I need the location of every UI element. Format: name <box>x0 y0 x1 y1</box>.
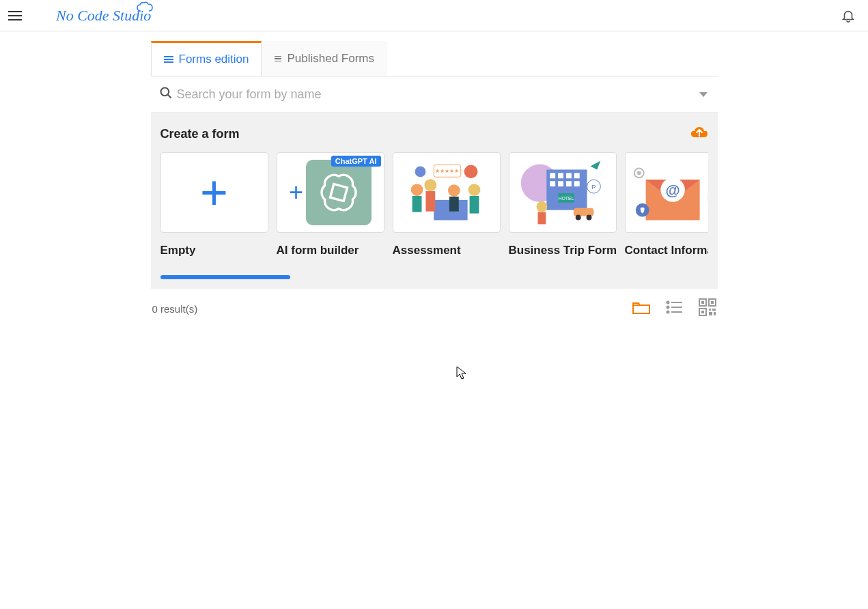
list-icon <box>164 56 173 63</box>
svg-rect-56 <box>714 312 716 315</box>
svg-point-13 <box>464 165 477 179</box>
create-form-heading: Create a form <box>160 127 240 141</box>
illustration: ★★★★★ <box>393 153 500 232</box>
svg-rect-50 <box>711 301 714 304</box>
svg-point-43 <box>667 307 669 309</box>
illustration: HOTEL P <box>509 153 616 232</box>
svg-rect-23 <box>565 181 571 186</box>
template-ai-form-builder[interactable]: ChatGPT AI + AI form builder <box>277 152 384 257</box>
svg-point-38 <box>636 171 641 175</box>
svg-text:HOTEL: HOTEL <box>558 196 574 201</box>
tab-label: Forms edition <box>179 53 249 66</box>
svg-point-32 <box>536 201 547 212</box>
template-assessment[interactable]: ★★★★★ Assessment <box>393 152 501 257</box>
svg-rect-6 <box>425 191 435 212</box>
qr-view-button[interactable] <box>699 298 716 319</box>
svg-text:★★★★★: ★★★★★ <box>435 168 459 174</box>
svg-text:P: P <box>591 183 596 190</box>
svg-rect-55 <box>709 312 712 315</box>
svg-rect-10 <box>469 196 479 214</box>
openai-icon <box>306 160 372 225</box>
chatgpt-badge: ChatGPT AI <box>331 156 381 167</box>
template-cards: + Empty ChatGPT AI + <box>160 152 708 257</box>
svg-rect-17 <box>550 173 555 178</box>
svg-rect-48 <box>701 301 704 304</box>
cloud-icon <box>136 1 154 12</box>
tab-label: Published Forms <box>287 52 374 66</box>
plus-icon: + <box>200 169 228 216</box>
svg-line-1 <box>167 95 171 98</box>
svg-point-7 <box>447 184 460 197</box>
template-label: Assessment <box>393 244 501 257</box>
svg-rect-19 <box>565 173 571 178</box>
svg-point-3 <box>410 184 423 196</box>
folder-view-button[interactable] <box>632 299 651 318</box>
template-label: Business Trip Form <box>509 244 617 257</box>
svg-rect-22 <box>558 181 563 186</box>
template-empty[interactable]: + Empty <box>160 152 268 257</box>
template-label: AI form builder <box>277 244 384 257</box>
filter-dropdown[interactable] <box>699 89 708 101</box>
svg-rect-33 <box>537 212 546 225</box>
upload-button[interactable] <box>690 125 708 143</box>
list-view-button[interactable] <box>666 300 684 317</box>
svg-point-41 <box>667 302 669 304</box>
tabs: Forms edition Published Forms <box>151 41 718 76</box>
plus-icon: + <box>289 178 303 207</box>
logo: No Code Studio <box>56 7 151 25</box>
svg-rect-21 <box>550 181 555 186</box>
svg-rect-24 <box>574 181 579 186</box>
illustration: @ <box>626 153 708 232</box>
svg-rect-27 <box>573 208 593 216</box>
svg-rect-20 <box>574 173 579 178</box>
notifications-button[interactable] <box>841 8 856 26</box>
results-count: 0 result(s) <box>152 303 198 315</box>
svg-rect-40 <box>708 193 708 203</box>
tab-published-forms[interactable]: Published Forms <box>262 41 387 76</box>
template-contact-information[interactable]: @ Contact Information <box>625 152 708 257</box>
template-business-trip[interactable]: HOTEL P Business Trip Form <box>509 152 617 257</box>
search-input[interactable] <box>177 87 710 102</box>
svg-point-5 <box>424 179 436 191</box>
svg-rect-53 <box>709 309 711 311</box>
template-scrollbar[interactable] <box>160 275 708 279</box>
svg-text:@: @ <box>665 182 680 199</box>
svg-rect-52 <box>701 311 704 313</box>
list-icon <box>275 56 281 62</box>
menu-button[interactable] <box>8 8 25 24</box>
template-label: Empty <box>160 244 268 257</box>
svg-rect-4 <box>412 196 421 212</box>
svg-point-45 <box>667 311 669 313</box>
svg-rect-54 <box>712 309 716 311</box>
svg-rect-8 <box>449 197 458 212</box>
svg-point-0 <box>160 88 169 96</box>
svg-point-28 <box>575 215 580 221</box>
template-label: Contact Information <box>625 244 708 257</box>
svg-point-14 <box>415 166 425 177</box>
tab-forms-edition[interactable]: Forms edition <box>151 41 262 76</box>
search-icon <box>159 86 173 102</box>
svg-point-9 <box>468 184 480 196</box>
svg-point-29 <box>586 215 591 221</box>
svg-rect-18 <box>558 173 563 178</box>
